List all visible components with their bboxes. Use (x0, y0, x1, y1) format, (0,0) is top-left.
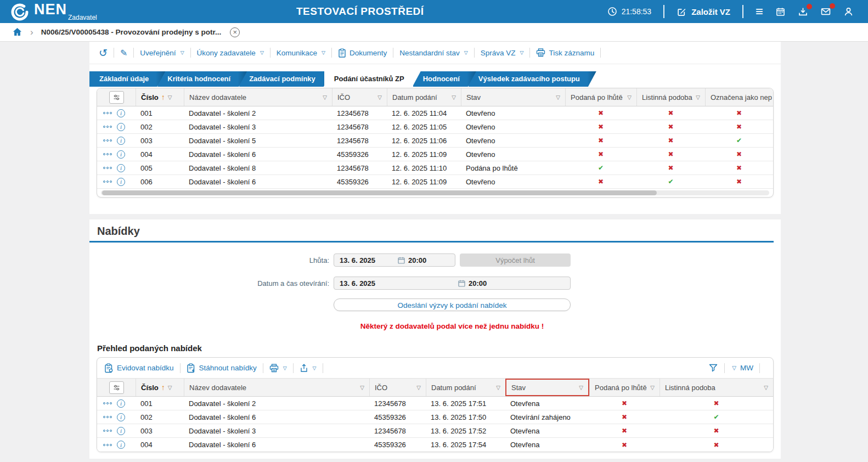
tab-zadavaci-podminky[interactable]: Zadávací podmínky (239, 71, 332, 87)
user-profile-button[interactable] (843, 7, 854, 17)
header-podana-po-lhute[interactable]: Podaná po lhůtě▽ (565, 88, 636, 106)
info-icon[interactable]: i (117, 150, 125, 159)
table-row[interactable]: i 004 Dodavatel - školení 6 45359326 13.… (97, 438, 773, 452)
close-icon[interactable]: × (230, 27, 240, 37)
column-settings-icon[interactable] (109, 91, 124, 104)
nen-logo[interactable]: NEN Zadavatel (10, 1, 97, 22)
row-menu-icon[interactable] (103, 126, 112, 128)
row-menu-icon[interactable] (103, 416, 112, 418)
header-cislo[interactable]: Číslo ↑ ▽ (136, 379, 184, 396)
header-nazev-dodavatele[interactable]: Název dodavatele▽ (184, 88, 332, 106)
filter-icon[interactable]: ▽ (416, 385, 421, 391)
row-menu-icon[interactable] (103, 112, 112, 114)
lhuta-datetime-field[interactable]: 13. 6. 2025 20:00 (334, 253, 455, 267)
edit-pencil-icon[interactable]: ✎ (120, 48, 127, 58)
row-menu-icon[interactable] (103, 167, 112, 169)
tab-zakladni-udaje[interactable]: Základní údaje (89, 71, 165, 87)
oteviranie-datetime-field[interactable]: 13. 6. 2025 20:00 (334, 277, 571, 290)
header-nazev-dodavatele[interactable]: Název dodavatele▽ (184, 379, 369, 396)
calendar-button[interactable] (775, 7, 786, 17)
vypocet-lhut-button[interactable]: Výpočet lhůt (460, 253, 571, 267)
header-listinna-podoba[interactable]: Listinná podoba▽ (660, 379, 773, 396)
history-back-icon[interactable]: ↺ (99, 48, 108, 58)
filter-icon[interactable]: ▽ (323, 94, 327, 100)
create-vz-button[interactable]: Založit VZ (677, 7, 730, 17)
print-menu-button[interactable]: ▽ (269, 364, 287, 373)
info-icon[interactable]: i (117, 123, 125, 131)
calendar-icon[interactable] (398, 257, 405, 264)
view-mw-button[interactable]: MW (740, 364, 753, 372)
header-oznacena-jako-nepodana[interactable]: Označena jako nep (705, 88, 773, 106)
row-menu-icon[interactable] (103, 430, 112, 432)
view-chevron-icon[interactable]: ▽ (732, 365, 736, 371)
info-icon[interactable]: i (117, 427, 125, 435)
menu-tisk-zaznamu[interactable]: Tisk záznamu (536, 48, 594, 57)
header-ico[interactable]: IČO▽ (332, 88, 387, 106)
header-datum-podani[interactable]: Datum podání▽ (387, 88, 461, 106)
filter-icon[interactable]: ▽ (579, 385, 583, 391)
filter-icon[interactable]: ▽ (452, 94, 456, 100)
row-menu-icon[interactable] (103, 153, 112, 155)
info-icon[interactable]: i (117, 164, 125, 172)
table-row[interactable]: i 003 Dodavatel - školení 5 12345678 12.… (97, 134, 773, 148)
menu-ukony-zadavatele[interactable]: Úkony zadavatele▽ (197, 49, 264, 57)
info-icon[interactable]: i (117, 399, 125, 408)
filter-icon[interactable]: ▽ (556, 94, 560, 100)
filter-icon[interactable]: ▽ (696, 94, 700, 100)
messages-button[interactable] (820, 6, 831, 17)
scrollbar-thumb[interactable] (102, 190, 657, 195)
stahnout-nabidky-button[interactable]: Stáhnout nabídky (187, 363, 257, 373)
filter-icon[interactable]: ▽ (377, 94, 382, 100)
menu-uverejneni[interactable]: Uveřejnění▽ (140, 49, 184, 57)
funnel-filter-icon[interactable] (708, 363, 718, 373)
menu-nestandardni-stav[interactable]: Nestandardní stav▽ (399, 49, 467, 57)
row-menu-icon[interactable] (103, 402, 112, 404)
table-row[interactable]: i 005 Dodavatel - školení 8 12345678 12.… (97, 161, 773, 175)
menu-komunikace[interactable]: Komunikace▽ (277, 49, 325, 57)
filter-icon[interactable]: ▽ (496, 385, 500, 391)
odeslani-vyzvy-button[interactable]: Odeslání výzvy k podání nabídek (334, 298, 571, 311)
table-row[interactable]: i 001 Dodavatel - školení 2 12345678 12.… (97, 106, 773, 120)
header-listinna-podoba[interactable]: Listinná podoba▽ (636, 88, 705, 106)
header-stav[interactable]: Stav▽ (461, 88, 565, 106)
downloads-button[interactable] (798, 7, 808, 17)
breadcrumb-item[interactable]: N006/25/V00005438 - Provozování prodejny… (41, 28, 222, 36)
header-cislo[interactable]: Číslo ↑ ▽ (136, 88, 184, 106)
info-icon[interactable]: i (117, 178, 125, 186)
header-datum-podani[interactable]: Datum podání▽ (426, 379, 505, 396)
evidovat-nabidku-button[interactable]: Evidovat nabídku (104, 363, 174, 373)
horizontal-scrollbar[interactable] (97, 189, 773, 197)
info-icon[interactable]: i (117, 413, 125, 421)
info-icon[interactable]: i (117, 137, 125, 145)
table-row[interactable]: i 002 Dodavatel - školení 3 12345678 12.… (97, 120, 773, 134)
filter-icon[interactable]: ▽ (627, 94, 632, 100)
filter-icon[interactable]: ▽ (650, 385, 655, 391)
table-row[interactable]: i 001 Dodavatel - školení 2 12345678 13.… (97, 397, 773, 410)
header-stav-highlighted[interactable]: Stav▽ (505, 379, 589, 396)
tab-vysledek-zadavaciho-postupu[interactable]: Výsledek zadávacího postupu (469, 71, 596, 87)
tab-podani-ucastniku-zp[interactable]: Podání účastníků ZP (324, 71, 421, 87)
scrollbar-track[interactable] (101, 190, 769, 195)
tab-kriteria-hodnoceni[interactable]: Kritéria hodnocení (157, 71, 247, 87)
header-ico[interactable]: IČO▽ (369, 379, 426, 396)
filter-icon[interactable]: ▽ (360, 385, 364, 391)
home-icon[interactable] (12, 27, 22, 37)
filter-icon[interactable]: ▽ (168, 94, 172, 100)
filter-icon[interactable]: ▽ (764, 385, 768, 391)
filter-icon[interactable]: ▽ (168, 385, 172, 391)
export-menu-button[interactable]: ▽ (300, 363, 317, 373)
menu-sprava-vz[interactable]: Správa VZ▽ (481, 49, 524, 57)
table-row[interactable]: i 003 Dodavatel - školení 3 12345678 13.… (97, 424, 773, 438)
row-menu-icon[interactable] (103, 181, 112, 183)
tab-hodnoceni[interactable]: Hodnocení (413, 71, 476, 87)
table-row[interactable]: i 002 Dodavatel - školení 6 45359326 13.… (97, 410, 773, 424)
calendar-icon[interactable] (458, 280, 465, 287)
column-settings-icon[interactable] (109, 381, 124, 394)
table-row[interactable]: i 004 Dodavatel - školení 6 45359326 12.… (97, 148, 773, 161)
info-icon[interactable]: i (117, 441, 125, 449)
table-row[interactable]: i 006 Dodavatel - školení 6 45359326 12.… (97, 175, 773, 189)
menu-dokumenty[interactable]: Dokumenty (338, 48, 387, 58)
hamburger-menu-icon[interactable]: ≡ (756, 6, 763, 17)
header-podana-po-lhute[interactable]: Podaná po lhůtě▽ (589, 379, 660, 396)
row-menu-icon[interactable] (103, 139, 112, 142)
